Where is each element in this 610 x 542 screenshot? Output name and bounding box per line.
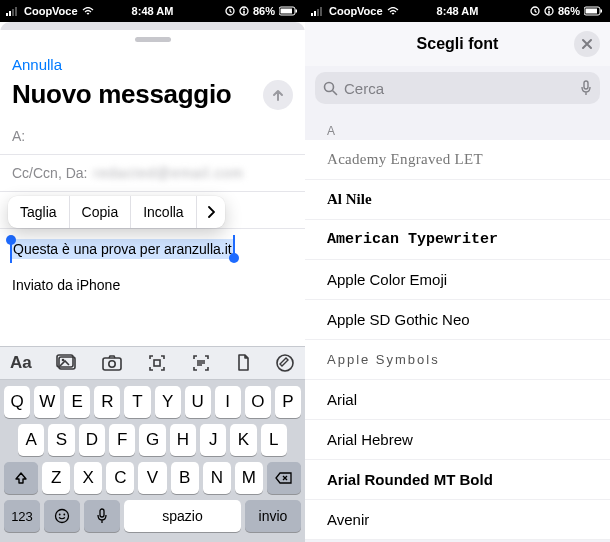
font-row[interactable]: Al Nile	[305, 180, 610, 220]
font-list[interactable]: Academy Engraved LET Al Nile American Ty…	[305, 140, 610, 540]
status-bar: CoopVoce 8:48 AM 86%	[305, 0, 610, 22]
svg-point-18	[56, 510, 69, 523]
key-i[interactable]: i	[215, 386, 241, 418]
numbers-key[interactable]: 123	[4, 500, 40, 532]
photo-library-icon[interactable]	[56, 354, 78, 372]
text-format-button[interactable]: Aa	[10, 353, 32, 373]
cut-menu-item[interactable]: Taglia	[8, 196, 69, 228]
search-icon	[323, 81, 338, 96]
key-k[interactable]: k	[230, 424, 256, 456]
format-toolbar: Aa	[0, 346, 305, 380]
attachment-icon[interactable]	[235, 353, 251, 373]
key-n[interactable]: n	[203, 462, 231, 494]
svg-point-13	[61, 359, 64, 362]
svg-rect-34	[584, 81, 588, 89]
edit-menu: Taglia Copia Incolla	[8, 196, 225, 228]
backspace-key[interactable]	[267, 462, 301, 494]
font-picker-title: Scegli font	[417, 35, 499, 53]
key-q[interactable]: q	[4, 386, 30, 418]
key-u[interactable]: u	[185, 386, 211, 418]
selection-handle-start[interactable]	[6, 235, 16, 245]
to-field[interactable]: A:	[0, 118, 305, 155]
key-w[interactable]: w	[34, 386, 60, 418]
section-header: A	[305, 112, 610, 140]
dictation-key[interactable]	[84, 500, 120, 532]
font-row[interactable]: Apple SD Gothic Neo	[305, 300, 610, 340]
paste-menu-item[interactable]: Incolla	[131, 196, 195, 228]
key-p[interactable]: p	[275, 386, 301, 418]
font-row[interactable]: Academy Engraved LET	[305, 140, 610, 180]
key-x[interactable]: x	[74, 462, 102, 494]
search-field[interactable]: Cerca	[315, 72, 600, 104]
font-row[interactable]: Avenir	[305, 500, 610, 540]
sheet-grabber[interactable]	[0, 30, 305, 48]
dictation-icon[interactable]	[580, 80, 592, 96]
font-row[interactable]: Arial Rounded MT Bold	[305, 460, 610, 500]
send-button[interactable]	[263, 80, 293, 110]
svg-point-33	[325, 82, 334, 91]
search-placeholder: Cerca	[344, 80, 574, 97]
font-row[interactable]: Arial	[305, 380, 610, 420]
key-r[interactable]: r	[94, 386, 120, 418]
compose-title: Nuovo messaggio	[12, 79, 231, 110]
space-key[interactable]: spazio	[124, 500, 241, 532]
scan-text-icon[interactable]	[147, 353, 167, 373]
shift-key[interactable]	[4, 462, 38, 494]
clock: 8:48 AM	[0, 5, 305, 17]
svg-point-20	[63, 514, 65, 516]
key-c[interactable]: c	[106, 462, 134, 494]
key-f[interactable]: f	[109, 424, 135, 456]
subject-field[interactable]: Ogge Taglia Copia Incolla	[0, 192, 305, 229]
key-v[interactable]: v	[138, 462, 166, 494]
font-picker-nav: Scegli font	[305, 22, 610, 66]
cancel-button[interactable]: Annulla	[12, 56, 62, 73]
more-menu-item[interactable]	[197, 196, 225, 228]
status-bar: CoopVoce 8:48 AM 86%	[0, 0, 305, 22]
key-l[interactable]: l	[261, 424, 287, 456]
key-a[interactable]: a	[18, 424, 44, 456]
cc-label: Cc/Ccn, Da:	[12, 165, 87, 181]
emoji-key[interactable]	[44, 500, 80, 532]
key-s[interactable]: s	[48, 424, 74, 456]
from-value: redacted@email.com	[93, 165, 244, 181]
key-e[interactable]: e	[64, 386, 90, 418]
font-row[interactable]: American Typewriter	[305, 220, 610, 260]
keyboard: Aa qwertyuiop asdfghjkl zxcvbnm 123	[0, 346, 305, 542]
copy-menu-item[interactable]: Copia	[70, 196, 131, 228]
cc-field[interactable]: Cc/Ccn, Da: redacted@email.com	[0, 155, 305, 192]
markup-icon[interactable]	[275, 353, 295, 373]
clock: 8:48 AM	[305, 5, 610, 17]
svg-rect-16	[154, 360, 160, 366]
svg-point-15	[109, 361, 115, 367]
key-t[interactable]: t	[124, 386, 150, 418]
selection-handle-end[interactable]	[229, 253, 239, 263]
font-row[interactable]: Apple Symbols	[305, 340, 610, 380]
scan-document-icon[interactable]	[191, 353, 211, 373]
to-label: A:	[12, 128, 25, 144]
key-j[interactable]: j	[200, 424, 226, 456]
camera-icon[interactable]	[101, 354, 123, 372]
key-g[interactable]: g	[139, 424, 165, 456]
key-d[interactable]: d	[79, 424, 105, 456]
font-row[interactable]: Arial Hebrew	[305, 420, 610, 460]
signature: Inviato da iPhone	[0, 263, 305, 307]
key-b[interactable]: b	[171, 462, 199, 494]
selected-text[interactable]: Questa è una prova per aranzulla.it	[12, 239, 233, 259]
close-button[interactable]	[574, 31, 600, 57]
return-key[interactable]: invio	[245, 500, 301, 532]
font-row[interactable]: Apple Color Emoji	[305, 260, 610, 300]
key-z[interactable]: z	[42, 462, 70, 494]
message-body[interactable]: Questa è una prova per aranzulla.it	[0, 229, 305, 263]
svg-point-19	[59, 514, 61, 516]
key-o[interactable]: o	[245, 386, 271, 418]
svg-rect-21	[100, 509, 104, 517]
key-h[interactable]: h	[170, 424, 196, 456]
key-y[interactable]: y	[155, 386, 181, 418]
svg-rect-14	[103, 358, 121, 370]
key-m[interactable]: m	[235, 462, 263, 494]
